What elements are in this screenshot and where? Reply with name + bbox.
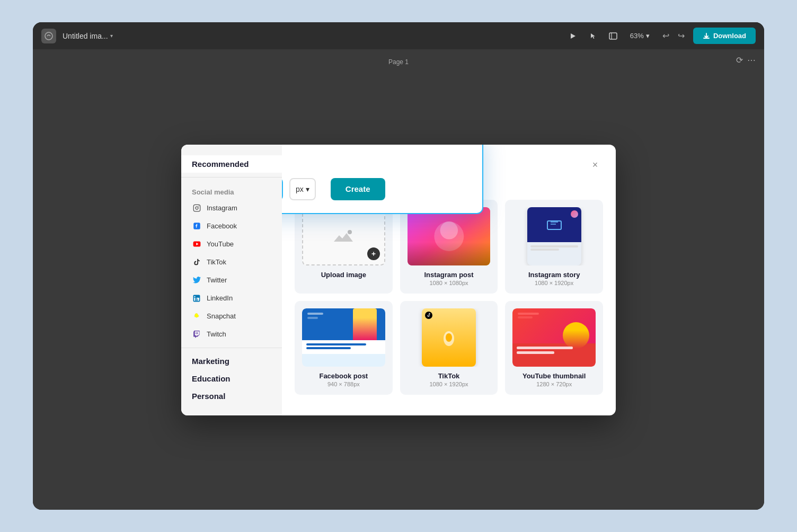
svg-marker-1 [571, 33, 575, 39]
tiktok-thumb [408, 308, 491, 367]
sidebar-item-snapchat[interactable]: Snapchat [181, 307, 282, 325]
play-icon[interactable] [565, 29, 580, 43]
facebook-post-size: 940 × 788px [327, 381, 360, 387]
svg-point-15 [348, 230, 352, 234]
svg-point-5 [196, 207, 198, 209]
cursor-icon[interactable] [586, 29, 600, 43]
canvas-area: Page 1 ⟳ ⋯ Recommended Social media [33, 50, 764, 510]
custom-size-popup: Custom size Width ▲ ▼ [282, 145, 483, 214]
svg-point-21 [446, 333, 452, 342]
sidebar-divider [181, 177, 282, 178]
sidebar-item-facebook-label: Facebook [207, 222, 237, 230]
topbar-controls: 63% ▾ ↩ ↪ Download [565, 28, 756, 44]
template-card-youtube[interactable]: YouTube thumbnail 1280 × 720px [505, 301, 603, 395]
undo-button[interactable]: ↩ [659, 29, 672, 43]
tiktok-label: TikTok [438, 372, 460, 380]
sidebar-item-twitch-label: Twitch [207, 330, 226, 338]
modal-close-button[interactable]: × [587, 157, 603, 173]
modal-content: Recommended × Trending [282, 145, 616, 415]
document-title[interactable]: Untitled ima... ▾ [63, 32, 113, 40]
sidebar-marketing[interactable]: Marketing [181, 352, 282, 370]
custom-size-title: Custom size [282, 148, 467, 159]
sidebar-item-tiktok[interactable]: TikTok [181, 253, 282, 271]
height-input[interactable] [282, 178, 283, 200]
linkedin-icon [192, 294, 201, 303]
facebook-post-label: Facebook post [319, 372, 368, 380]
youtube-thumb [512, 308, 596, 367]
main-modal: Recommended Social media Instagram [181, 145, 616, 415]
sidebar-item-snapchat-label: Snapchat [207, 312, 236, 320]
sidebar-personal[interactable]: Personal [181, 387, 282, 405]
unit-label: px [296, 185, 304, 193]
facebook-icon [192, 221, 201, 231]
layout-icon[interactable] [606, 29, 621, 43]
height-input-wrap: ▲ ▼ [282, 178, 283, 200]
instagram-post-label: Instagram post [424, 271, 473, 279]
instagram-icon [192, 203, 201, 213]
template-card-instagram-story[interactable]: Instagram story 1080 × 1920px [505, 200, 603, 294]
svg-point-0 [45, 32, 52, 40]
svg-point-6 [198, 206, 199, 207]
instagram-story-thumb [512, 207, 596, 265]
download-button[interactable]: Download [693, 28, 756, 44]
sidebar-item-twitter[interactable]: Twitter [181, 271, 282, 289]
sidebar-education[interactable]: Education [181, 370, 282, 387]
twitter-icon [192, 276, 201, 285]
sidebar-item-instagram[interactable]: Instagram [181, 199, 282, 217]
sidebar-item-twitter-label: Twitter [207, 276, 227, 284]
redo-button[interactable]: ↪ [675, 29, 688, 43]
zoom-control[interactable]: 63% ▾ [626, 30, 654, 42]
facebook-thumb [302, 308, 385, 367]
snapchat-icon [192, 312, 201, 321]
upload-image-label: Upload image [321, 271, 366, 279]
svg-rect-4 [193, 205, 200, 211]
svg-rect-2 [609, 33, 617, 39]
svg-rect-11 [194, 297, 195, 300]
unit-chevron-icon: ▾ [306, 185, 309, 193]
sidebar-item-youtube-label: YouTube [207, 240, 234, 248]
sidebar-item-facebook[interactable]: Facebook [181, 217, 282, 235]
svg-point-12 [194, 296, 195, 297]
instagram-story-label: Instagram story [528, 271, 580, 279]
topbar: Untitled ima... ▾ 63% [33, 22, 764, 50]
svg-rect-14 [196, 332, 196, 334]
sidebar-item-linkedin[interactable]: LinkedIn [181, 289, 282, 307]
undo-redo-controls: ↩ ↪ [659, 29, 688, 43]
app-logo [41, 29, 56, 43]
instagram-story-size: 1080 × 1920px [535, 280, 573, 286]
height-label: Height [282, 169, 283, 176]
svg-point-18 [440, 221, 458, 240]
upload-badge-icon [367, 247, 380, 260]
sidebar-item-twitch[interactable]: Twitch [181, 325, 282, 343]
template-card-facebook[interactable]: Facebook post 940 × 788px [295, 301, 393, 395]
modal-overlay: Recommended Social media Instagram [33, 50, 764, 510]
sidebar-item-linkedin-label: LinkedIn [207, 294, 233, 302]
youtube-icon [192, 240, 201, 249]
sidebar-item-youtube[interactable]: YouTube [181, 235, 282, 253]
create-button[interactable]: Create [331, 178, 385, 200]
youtube-thumbnail-size: 1280 × 720px [536, 381, 572, 387]
app-window: Untitled ima... ▾ 63% [33, 22, 764, 510]
instagram-post-thumb [408, 207, 491, 265]
custom-size-form: Width ▲ ▼ Height [282, 169, 467, 200]
sidebar-divider-2 [181, 348, 282, 348]
story-top-badge [571, 210, 578, 218]
modal-sidebar: Recommended Social media Instagram [181, 145, 282, 415]
sidebar-recommended[interactable]: Recommended [181, 155, 282, 173]
sidebar-item-instagram-label: Instagram [207, 204, 237, 212]
youtube-thumbnail-label: YouTube thumbnail [523, 372, 586, 380]
title-chevron-icon: ▾ [110, 33, 113, 39]
unit-select[interactable]: px ▾ [289, 178, 316, 200]
height-field-group: Height ▲ ▼ [282, 169, 283, 200]
instagram-post-size: 1080 × 1080px [429, 280, 468, 286]
template-grid: Upload image [295, 200, 603, 395]
sidebar-item-tiktok-label: TikTok [207, 258, 226, 266]
template-card-tiktok[interactable]: TikTok 1080 × 1920px [400, 301, 498, 395]
upload-thumb [302, 207, 385, 265]
twitch-icon [192, 330, 201, 339]
svg-rect-13 [197, 332, 198, 334]
tiktok-size: 1080 × 1920px [429, 381, 468, 387]
story-bottom [527, 242, 581, 254]
tiktok-icon [192, 258, 201, 267]
sidebar-social-media-label: Social media [181, 182, 282, 199]
